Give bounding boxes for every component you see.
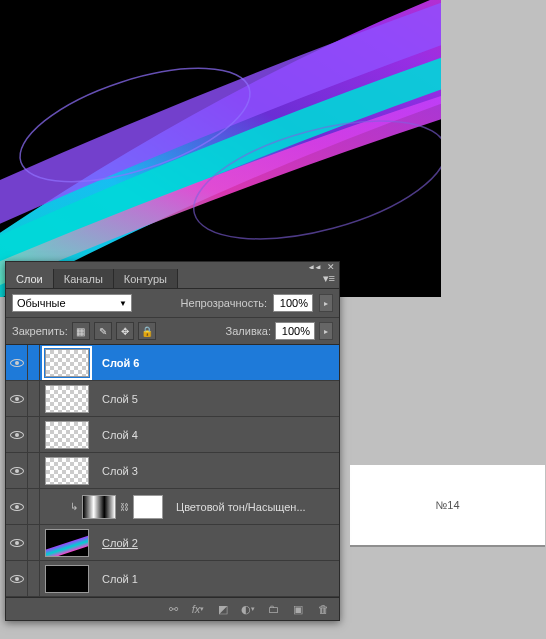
adjustment-layer-icon[interactable]: ◐▾	[240, 601, 256, 617]
link-column[interactable]	[28, 345, 40, 380]
layer-row-4[interactable]: Слой 4	[6, 417, 339, 453]
layer-thumbnail[interactable]	[45, 421, 89, 449]
adjustment-thumbnail[interactable]	[82, 495, 116, 519]
layer-thumbnail[interactable]	[45, 565, 89, 593]
canvas-area	[0, 0, 546, 300]
layer-name[interactable]: Слой 4	[94, 429, 339, 441]
link-column[interactable]	[28, 381, 40, 416]
visibility-toggle[interactable]	[6, 453, 28, 488]
lock-pixels-icon[interactable]: ✎	[94, 322, 112, 340]
visibility-toggle[interactable]	[6, 489, 28, 524]
layer-row-adjustment[interactable]: ↳ ⛓ Цветовой тон/Насыщен...	[6, 489, 339, 525]
layer-name[interactable]: Слой 2	[94, 537, 339, 549]
blend-mode-value: Обычные	[17, 297, 66, 309]
document-label: №14	[350, 465, 545, 545]
eye-icon	[10, 467, 24, 475]
lock-fill-row: Закрепить: ▦ ✎ ✥ 🔒 Заливка: 100% ▸	[6, 318, 339, 345]
layer-row-1[interactable]: Слой 1	[6, 561, 339, 597]
link-column[interactable]	[28, 453, 40, 488]
layer-name[interactable]: Слой 1	[94, 573, 339, 585]
blend-mode-select[interactable]: Обычные ▼	[12, 294, 132, 312]
lock-position-icon[interactable]: ✥	[116, 322, 134, 340]
tab-channels[interactable]: Каналы	[54, 269, 114, 288]
link-column[interactable]	[28, 489, 40, 524]
layer-thumbnail[interactable]	[45, 385, 89, 413]
fill-label: Заливка:	[226, 325, 271, 337]
add-mask-icon[interactable]: ◩	[215, 601, 231, 617]
clip-indicator-icon: ↳	[70, 501, 78, 512]
tab-paths[interactable]: Контуры	[114, 269, 178, 288]
eye-icon	[10, 575, 24, 583]
lock-transparency-icon[interactable]: ▦	[72, 322, 90, 340]
layer-thumbnail[interactable]	[45, 457, 89, 485]
visibility-toggle[interactable]	[6, 345, 28, 380]
link-column[interactable]	[28, 561, 40, 596]
layer-name[interactable]: Цветовой тон/Насыщен...	[168, 501, 339, 513]
layer-thumbnail[interactable]	[45, 349, 89, 377]
eye-icon	[10, 359, 24, 367]
layer-row-3[interactable]: Слой 3	[6, 453, 339, 489]
delete-layer-icon[interactable]: 🗑	[315, 601, 331, 617]
dropdown-caret-icon: ▼	[119, 299, 127, 308]
chain-link-icon[interactable]: ⛓	[120, 502, 129, 512]
link-layers-icon[interactable]: ⚯	[165, 601, 181, 617]
new-group-icon[interactable]: 🗀	[265, 601, 281, 617]
artwork-preview	[0, 0, 441, 297]
opacity-input[interactable]: 100%	[273, 294, 313, 312]
layer-row-5[interactable]: Слой 5	[6, 381, 339, 417]
document-number: №14	[435, 499, 459, 511]
visibility-toggle[interactable]	[6, 381, 28, 416]
new-layer-icon[interactable]: ▣	[290, 601, 306, 617]
visibility-toggle[interactable]	[6, 561, 28, 596]
layer-style-icon[interactable]: fx▾	[190, 601, 206, 617]
eye-icon	[10, 503, 24, 511]
opacity-label: Непрозрачность:	[181, 297, 267, 309]
visibility-toggle[interactable]	[6, 525, 28, 560]
layer-name[interactable]: Слой 3	[94, 465, 339, 477]
layer-name[interactable]: Слой 5	[94, 393, 339, 405]
eye-icon	[10, 395, 24, 403]
visibility-toggle[interactable]	[6, 417, 28, 452]
layer-thumbnail[interactable]	[45, 529, 89, 557]
tab-layers[interactable]: Слои	[6, 269, 54, 288]
panel-titlebar[interactable]: ◄◄ ✕	[6, 262, 339, 269]
layer-name[interactable]: Слой 6	[94, 357, 339, 369]
mask-thumbnail[interactable]	[133, 495, 163, 519]
eye-icon	[10, 539, 24, 547]
eye-icon	[10, 431, 24, 439]
opacity-flyout-button[interactable]: ▸	[319, 294, 333, 312]
lock-label: Закрепить:	[12, 325, 68, 337]
panel-tabs: Слои Каналы Контуры ▾≡	[6, 269, 339, 289]
fill-flyout-button[interactable]: ▸	[319, 322, 333, 340]
panel-footer: ⚯ fx▾ ◩ ◐▾ 🗀 ▣ 🗑	[6, 597, 339, 620]
blend-opacity-row: Обычные ▼ Непрозрачность: 100% ▸	[6, 289, 339, 318]
link-column[interactable]	[28, 417, 40, 452]
panel-menu-icon[interactable]: ▾≡	[323, 272, 335, 285]
layers-panel: ◄◄ ✕ Слои Каналы Контуры ▾≡ Обычные ▼ Не…	[5, 261, 340, 621]
link-column[interactable]	[28, 525, 40, 560]
lock-all-icon[interactable]: 🔒	[138, 322, 156, 340]
layer-row-2[interactable]: Слой 2	[6, 525, 339, 561]
workspace-background	[350, 545, 545, 625]
layer-list: Слой 6 Слой 5 Слой 4 Слой 3 ↳	[6, 345, 339, 597]
layer-row-6[interactable]: Слой 6	[6, 345, 339, 381]
fill-input[interactable]: 100%	[275, 322, 315, 340]
